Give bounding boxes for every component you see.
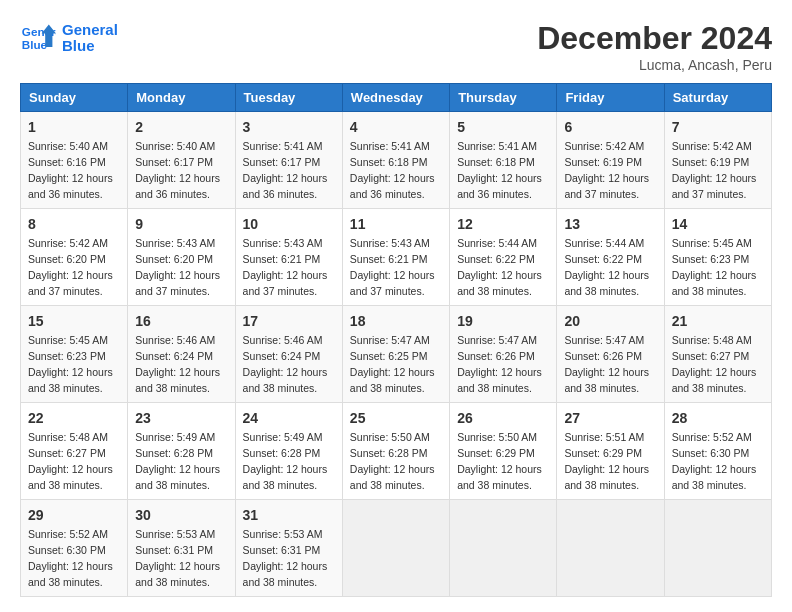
day-info: Sunrise: 5:49 AMSunset: 6:28 PMDaylight:… (243, 431, 328, 491)
svg-text:Blue: Blue (22, 38, 48, 51)
calendar-cell: 4Sunrise: 5:41 AMSunset: 6:18 PMDaylight… (342, 112, 449, 209)
day-info: Sunrise: 5:50 AMSunset: 6:28 PMDaylight:… (350, 431, 435, 491)
calendar-cell: 11Sunrise: 5:43 AMSunset: 6:21 PMDayligh… (342, 209, 449, 306)
day-info: Sunrise: 5:41 AMSunset: 6:18 PMDaylight:… (457, 140, 542, 200)
day-info: Sunrise: 5:45 AMSunset: 6:23 PMDaylight:… (672, 237, 757, 297)
calendar-table: SundayMondayTuesdayWednesdayThursdayFrid… (20, 83, 772, 597)
day-info: Sunrise: 5:49 AMSunset: 6:28 PMDaylight:… (135, 431, 220, 491)
calendar-week-row: 29Sunrise: 5:52 AMSunset: 6:30 PMDayligh… (21, 500, 772, 597)
day-number: 19 (457, 311, 549, 331)
calendar-cell: 19Sunrise: 5:47 AMSunset: 6:26 PMDayligh… (450, 306, 557, 403)
day-number: 11 (350, 214, 442, 234)
calendar-cell: 30Sunrise: 5:53 AMSunset: 6:31 PMDayligh… (128, 500, 235, 597)
calendar-week-row: 8Sunrise: 5:42 AMSunset: 6:20 PMDaylight… (21, 209, 772, 306)
day-info: Sunrise: 5:50 AMSunset: 6:29 PMDaylight:… (457, 431, 542, 491)
day-number: 28 (672, 408, 764, 428)
column-header-saturday: Saturday (664, 84, 771, 112)
column-header-friday: Friday (557, 84, 664, 112)
day-info: Sunrise: 5:46 AMSunset: 6:24 PMDaylight:… (135, 334, 220, 394)
day-info: Sunrise: 5:43 AMSunset: 6:21 PMDaylight:… (350, 237, 435, 297)
day-info: Sunrise: 5:44 AMSunset: 6:22 PMDaylight:… (457, 237, 542, 297)
day-number: 27 (564, 408, 656, 428)
day-number: 7 (672, 117, 764, 137)
day-number: 12 (457, 214, 549, 234)
calendar-cell: 12Sunrise: 5:44 AMSunset: 6:22 PMDayligh… (450, 209, 557, 306)
day-number: 18 (350, 311, 442, 331)
calendar-cell: 8Sunrise: 5:42 AMSunset: 6:20 PMDaylight… (21, 209, 128, 306)
day-number: 23 (135, 408, 227, 428)
logo-icon: General Blue (20, 20, 56, 56)
calendar-cell: 20Sunrise: 5:47 AMSunset: 6:26 PMDayligh… (557, 306, 664, 403)
day-number: 10 (243, 214, 335, 234)
day-info: Sunrise: 5:42 AMSunset: 6:20 PMDaylight:… (28, 237, 113, 297)
day-info: Sunrise: 5:48 AMSunset: 6:27 PMDaylight:… (28, 431, 113, 491)
calendar-cell (342, 500, 449, 597)
calendar-week-row: 22Sunrise: 5:48 AMSunset: 6:27 PMDayligh… (21, 403, 772, 500)
day-info: Sunrise: 5:47 AMSunset: 6:25 PMDaylight:… (350, 334, 435, 394)
calendar-cell: 21Sunrise: 5:48 AMSunset: 6:27 PMDayligh… (664, 306, 771, 403)
day-info: Sunrise: 5:46 AMSunset: 6:24 PMDaylight:… (243, 334, 328, 394)
day-info: Sunrise: 5:43 AMSunset: 6:21 PMDaylight:… (243, 237, 328, 297)
column-header-sunday: Sunday (21, 84, 128, 112)
day-number: 2 (135, 117, 227, 137)
calendar-cell: 15Sunrise: 5:45 AMSunset: 6:23 PMDayligh… (21, 306, 128, 403)
day-info: Sunrise: 5:52 AMSunset: 6:30 PMDaylight:… (28, 528, 113, 588)
day-info: Sunrise: 5:44 AMSunset: 6:22 PMDaylight:… (564, 237, 649, 297)
calendar-cell: 24Sunrise: 5:49 AMSunset: 6:28 PMDayligh… (235, 403, 342, 500)
day-number: 4 (350, 117, 442, 137)
calendar-cell: 31Sunrise: 5:53 AMSunset: 6:31 PMDayligh… (235, 500, 342, 597)
calendar-cell: 25Sunrise: 5:50 AMSunset: 6:28 PMDayligh… (342, 403, 449, 500)
calendar-body: 1Sunrise: 5:40 AMSunset: 6:16 PMDaylight… (21, 112, 772, 597)
day-number: 6 (564, 117, 656, 137)
day-number: 29 (28, 505, 120, 525)
day-info: Sunrise: 5:52 AMSunset: 6:30 PMDaylight:… (672, 431, 757, 491)
day-number: 9 (135, 214, 227, 234)
title-block: December 2024 Lucma, Ancash, Peru (537, 20, 772, 73)
calendar-header-row: SundayMondayTuesdayWednesdayThursdayFrid… (21, 84, 772, 112)
column-header-thursday: Thursday (450, 84, 557, 112)
day-info: Sunrise: 5:53 AMSunset: 6:31 PMDaylight:… (243, 528, 328, 588)
day-info: Sunrise: 5:40 AMSunset: 6:16 PMDaylight:… (28, 140, 113, 200)
day-number: 5 (457, 117, 549, 137)
calendar-cell: 13Sunrise: 5:44 AMSunset: 6:22 PMDayligh… (557, 209, 664, 306)
calendar-cell: 1Sunrise: 5:40 AMSunset: 6:16 PMDaylight… (21, 112, 128, 209)
calendar-cell (450, 500, 557, 597)
calendar-cell: 9Sunrise: 5:43 AMSunset: 6:20 PMDaylight… (128, 209, 235, 306)
day-info: Sunrise: 5:47 AMSunset: 6:26 PMDaylight:… (564, 334, 649, 394)
calendar-cell: 5Sunrise: 5:41 AMSunset: 6:18 PMDaylight… (450, 112, 557, 209)
calendar-cell: 18Sunrise: 5:47 AMSunset: 6:25 PMDayligh… (342, 306, 449, 403)
day-number: 3 (243, 117, 335, 137)
logo-text2: Blue (62, 38, 118, 55)
day-number: 17 (243, 311, 335, 331)
day-number: 20 (564, 311, 656, 331)
calendar-cell: 29Sunrise: 5:52 AMSunset: 6:30 PMDayligh… (21, 500, 128, 597)
calendar-cell: 7Sunrise: 5:42 AMSunset: 6:19 PMDaylight… (664, 112, 771, 209)
day-info: Sunrise: 5:41 AMSunset: 6:18 PMDaylight:… (350, 140, 435, 200)
column-header-monday: Monday (128, 84, 235, 112)
day-info: Sunrise: 5:45 AMSunset: 6:23 PMDaylight:… (28, 334, 113, 394)
column-header-wednesday: Wednesday (342, 84, 449, 112)
column-header-tuesday: Tuesday (235, 84, 342, 112)
calendar-cell: 14Sunrise: 5:45 AMSunset: 6:23 PMDayligh… (664, 209, 771, 306)
page-header: General Blue General Blue December 2024 … (20, 20, 772, 73)
calendar-cell: 6Sunrise: 5:42 AMSunset: 6:19 PMDaylight… (557, 112, 664, 209)
calendar-cell: 17Sunrise: 5:46 AMSunset: 6:24 PMDayligh… (235, 306, 342, 403)
day-info: Sunrise: 5:41 AMSunset: 6:17 PMDaylight:… (243, 140, 328, 200)
day-info: Sunrise: 5:51 AMSunset: 6:29 PMDaylight:… (564, 431, 649, 491)
day-number: 16 (135, 311, 227, 331)
day-info: Sunrise: 5:40 AMSunset: 6:17 PMDaylight:… (135, 140, 220, 200)
day-number: 13 (564, 214, 656, 234)
day-number: 25 (350, 408, 442, 428)
day-number: 21 (672, 311, 764, 331)
day-info: Sunrise: 5:48 AMSunset: 6:27 PMDaylight:… (672, 334, 757, 394)
calendar-cell: 16Sunrise: 5:46 AMSunset: 6:24 PMDayligh… (128, 306, 235, 403)
day-info: Sunrise: 5:53 AMSunset: 6:31 PMDaylight:… (135, 528, 220, 588)
calendar-cell: 23Sunrise: 5:49 AMSunset: 6:28 PMDayligh… (128, 403, 235, 500)
day-number: 8 (28, 214, 120, 234)
calendar-cell: 27Sunrise: 5:51 AMSunset: 6:29 PMDayligh… (557, 403, 664, 500)
day-number: 30 (135, 505, 227, 525)
calendar-cell: 28Sunrise: 5:52 AMSunset: 6:30 PMDayligh… (664, 403, 771, 500)
day-info: Sunrise: 5:43 AMSunset: 6:20 PMDaylight:… (135, 237, 220, 297)
calendar-cell: 3Sunrise: 5:41 AMSunset: 6:17 PMDaylight… (235, 112, 342, 209)
location: Lucma, Ancash, Peru (537, 57, 772, 73)
